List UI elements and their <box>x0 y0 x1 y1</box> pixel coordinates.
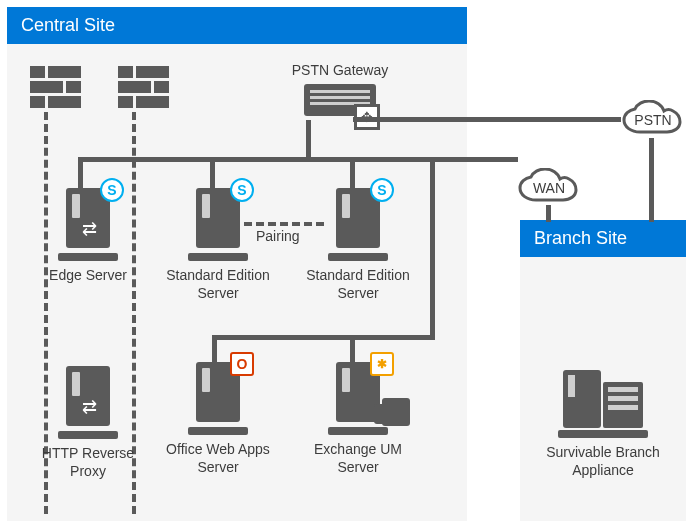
connector <box>306 120 311 160</box>
branch-site-title: Branch Site <box>534 228 627 248</box>
bidir-arrow-icon: ⇄ <box>82 218 94 240</box>
connector <box>212 335 217 363</box>
pstn-cloud-label: PSTN <box>620 112 686 128</box>
owa-label: Office Web Apps Server <box>158 441 278 476</box>
sba-label: Survivable Branch Appliance <box>538 444 668 479</box>
se1-label: Standard Edition Server <box>158 267 278 302</box>
standard-edition-server-1: S Standard Edition Server <box>158 188 278 302</box>
connector <box>353 117 621 122</box>
exchange-um-server: ✱ Exchange UM Server <box>298 362 418 476</box>
se2-label: Standard Edition Server <box>298 267 418 302</box>
server-icon: ⇄ <box>66 366 110 426</box>
proxy-label: HTTP Reverse Proxy <box>28 445 148 480</box>
wan-cloud: WAN <box>516 168 582 208</box>
wan-cloud-label: WAN <box>516 180 582 196</box>
office-icon: O <box>230 352 254 376</box>
skype-icon: S <box>370 178 394 202</box>
skype-icon: S <box>100 178 124 202</box>
office-web-apps-server: O Office Web Apps Server <box>158 362 278 476</box>
connector <box>350 335 355 363</box>
firewall-icon <box>30 66 84 108</box>
pstn-gateway: PSTN Gateway ✥ <box>270 62 410 116</box>
bidir-arrow-icon: ⇄ <box>82 396 94 418</box>
central-site-title: Central Site <box>21 15 115 35</box>
connector <box>649 138 654 222</box>
firewall-icon <box>118 66 172 108</box>
skype-icon: S <box>230 178 254 202</box>
central-site-header: Central Site <box>7 7 467 44</box>
gateway-icon: ✥ <box>304 84 376 116</box>
edge-server-label: Edge Server <box>28 267 148 285</box>
exum-label: Exchange UM Server <box>298 441 418 476</box>
survivable-branch-appliance: Survivable Branch Appliance <box>538 366 668 479</box>
sba-icon <box>563 366 643 428</box>
edge-server: ⇄ S Edge Server <box>28 188 148 285</box>
connector <box>210 157 215 189</box>
connector <box>430 157 435 337</box>
connector <box>78 157 83 189</box>
phone-icon <box>382 398 410 426</box>
connector <box>212 335 435 340</box>
connector <box>350 157 355 189</box>
http-reverse-proxy: ⇄ HTTP Reverse Proxy <box>28 366 148 480</box>
connector <box>78 157 518 162</box>
pstn-cloud: PSTN <box>620 100 686 140</box>
connector <box>546 205 551 222</box>
branch-site-header: Branch Site <box>520 220 686 257</box>
exchange-icon: ✱ <box>370 352 394 376</box>
standard-edition-server-2: S Standard Edition Server <box>298 188 418 302</box>
pstn-gateway-label: PSTN Gateway <box>270 62 410 78</box>
